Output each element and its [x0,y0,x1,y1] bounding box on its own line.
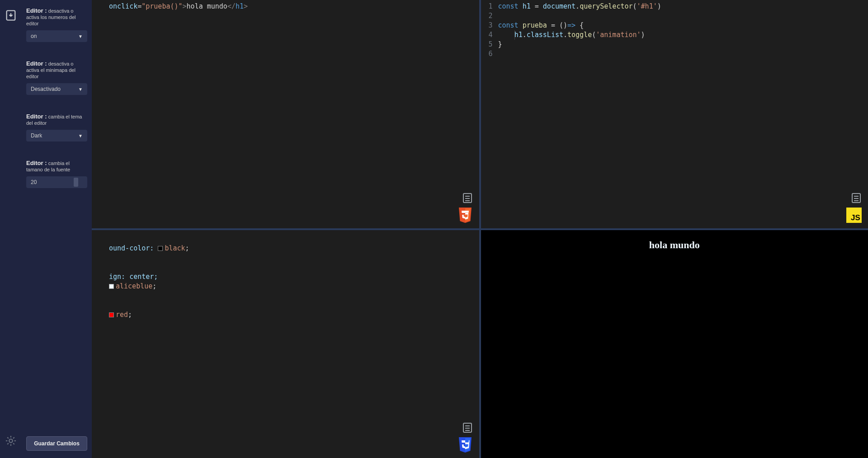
setting-theme: Editor : cambia el tema del editor Dark … [26,113,87,142]
setting-label: Editor : cambia el tamano de la fuente [26,160,87,173]
code-line: aliceblue; [109,282,156,291]
setting-fontsize: Editor : cambia el tamano de la fuente 2… [26,160,87,188]
copy-icon[interactable] [463,423,472,433]
download-icon[interactable] [5,9,17,24]
code-line [498,49,502,59]
pane-html[interactable]: onclick="prueba()">hola mundo</h1> [92,0,479,228]
setting-line-numbers: Editor : desactiva o activa los numeros … [26,7,87,42]
settings-panel: Editor : desactiva o activa los numeros … [22,0,92,458]
code-line: ound-color: black; [109,244,189,253]
chevron-down-icon: ▼ [78,133,83,138]
css3-icon [458,436,473,453]
color-swatch-aliceblue [109,284,114,289]
save-button[interactable]: Guardar Cambios [26,436,87,451]
pane-preview[interactable]: hola mundo [481,230,868,458]
drag-handle[interactable] [74,178,78,187]
js-icon: JS [846,207,862,224]
code-line: onclick="prueba()">hola mundo</h1> [109,2,248,11]
copy-icon[interactable] [852,193,861,203]
html5-icon [458,207,473,224]
chevron-down-icon: ▼ [78,87,83,92]
code-line: h1.classList.toggle('animation') [498,30,645,40]
editor-grid: onclick="prueba()">hola mundo</h1> 1cons… [92,0,868,458]
setting-label: Editor : cambia el tema del editor [26,113,87,126]
color-swatch-red [109,312,114,317]
input-fontsize[interactable]: 20 [26,176,87,188]
code-line: red; [109,310,132,320]
gear-icon[interactable] [5,434,17,449]
select-line-numbers[interactable]: on ▼ [26,30,87,42]
pane-js[interactable]: 1const h1 = document.querySelector('#h1'… [481,0,868,228]
setting-label: Editor : desactiva o activa los numeros … [26,7,87,27]
code-line: const prueba = ()=> { [498,21,584,30]
code-line [498,11,502,21]
activity-bar [0,0,22,458]
svg-point-1 [9,439,12,442]
code-line: ign: center; [109,272,158,282]
color-swatch-black [158,246,163,251]
select-minimap[interactable]: Desactivado ▼ [26,83,87,95]
select-theme[interactable]: Dark ▼ [26,130,87,142]
chevron-down-icon: ▼ [78,34,83,39]
setting-label: Editor : desactiva o activa el minimapa … [26,60,87,80]
code-line: } [498,40,502,49]
setting-minimap: Editor : desactiva o activa el minimapa … [26,60,87,95]
copy-icon[interactable] [463,193,472,203]
svg-text:JS: JS [851,213,860,222]
preview-heading[interactable]: hola mundo [481,239,868,251]
pane-css[interactable]: ound-color: black; ign: center; aliceblu… [92,230,479,458]
code-line: const h1 = document.querySelector('#h1') [498,2,661,11]
